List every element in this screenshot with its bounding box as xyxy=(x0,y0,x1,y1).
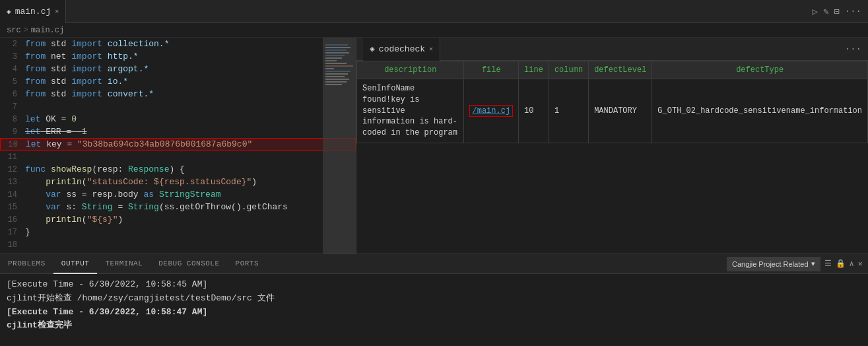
tab-debug-console[interactable]: DEBUG CONSOLE xyxy=(150,254,227,274)
cell-column: 1 xyxy=(549,79,588,143)
chevron-up-icon[interactable]: ∧ xyxy=(850,259,854,269)
codecheck-tab[interactable]: ◈ codecheck ✕ xyxy=(363,38,440,61)
cell-line: 10 xyxy=(519,79,549,143)
line-12: 12 func showResp(resp: Response) { xyxy=(0,163,356,176)
breadcrumb: src > main.cj xyxy=(0,23,868,38)
main-split-pane: 2 from std import collection.* 3 from ne… xyxy=(0,38,868,254)
line-15: 15 var s: String = String(ss.getOrThrow(… xyxy=(0,201,356,213)
output-line-1: [Execute Time - 6/30/2022, 10:58:45 AM] xyxy=(7,278,861,292)
col-defecttype: defectType xyxy=(652,61,868,79)
codecheck-tab-label: codecheck xyxy=(379,44,425,54)
line-7: 7 xyxy=(0,100,356,113)
tab-close-button[interactable]: ✕ xyxy=(55,7,59,15)
cell-description: SenInfoName found!key is sensitive infor… xyxy=(357,79,464,143)
results-table: description file line column defectLevel… xyxy=(356,61,868,143)
cell-file[interactable]: /main.cj xyxy=(464,79,519,143)
line-17: 17 } xyxy=(0,226,356,238)
chevron-down-icon: ▾ xyxy=(811,260,815,268)
codecheck-panel: ◈ codecheck ✕ ··· description file line … xyxy=(356,38,868,254)
output-line-2: cjlint开始检查 /home/zsy/cangjietest/testDem… xyxy=(7,292,861,306)
line-16: 16 println("${s}") xyxy=(0,213,356,226)
codecheck-actions: ··· xyxy=(845,44,861,54)
minimap xyxy=(323,38,356,254)
breadcrumb-src[interactable]: src xyxy=(7,26,21,35)
close-panel-icon[interactable]: ✕ xyxy=(858,259,863,269)
split-icon[interactable]: ⊟ xyxy=(834,6,839,17)
cell-defecttype: G_OTH_02_hardcode_sensitivename_informat… xyxy=(652,79,868,143)
cangjie-dropdown[interactable]: Cangjie Project Related ▾ xyxy=(727,257,820,271)
line-3: 3 from net import http.* xyxy=(0,50,356,63)
line-8: 8 let OK = 0 xyxy=(0,113,356,125)
line-5: 5 from std import io.* xyxy=(0,75,356,88)
line-10: 10 let key = "3b38ba694cb34ab0876b001687… xyxy=(0,138,356,151)
col-column: column xyxy=(549,61,588,79)
panel-tabs: PROBLEMS OUTPUT TERMINAL DEBUG CONSOLE P… xyxy=(0,254,868,274)
codecheck-file-icon: ◈ xyxy=(370,44,375,54)
line-9: 9 let ERR = -1 xyxy=(0,125,356,138)
code-editor[interactable]: 2 from std import collection.* 3 from ne… xyxy=(0,38,356,254)
main-cj-tab[interactable]: ◈ main.cj ✕ xyxy=(0,0,66,23)
output-line-4: cjlint检查完毕 xyxy=(7,319,861,333)
line-2: 2 from std import collection.* xyxy=(0,38,356,50)
panel-right-actions: Cangjie Project Related ▾ ☰ 🔒 ∧ ✕ xyxy=(727,257,868,271)
edit-icon[interactable]: ✎ xyxy=(823,6,828,17)
tab-label: main.cj xyxy=(15,7,51,17)
col-file: file xyxy=(464,61,519,79)
lock-icon[interactable]: 🔒 xyxy=(836,259,846,269)
line-18: 18 xyxy=(0,238,356,251)
line-6: 6 from std import convert.* xyxy=(0,88,356,100)
tab-terminal[interactable]: TERMINAL xyxy=(97,254,150,274)
run-icon[interactable]: ▷ xyxy=(812,6,817,17)
results-table-wrapper[interactable]: description file line column defectLevel… xyxy=(356,61,868,254)
more-icon[interactable]: ··· xyxy=(845,6,861,17)
col-line: line xyxy=(519,61,549,79)
line-4: 4 from std import argopt.* xyxy=(0,63,356,75)
editor-toolbar: ▷ ✎ ⊟ ··· xyxy=(812,6,868,17)
tab-problems[interactable]: PROBLEMS xyxy=(0,254,53,274)
output-line-3: [Execute Time - 6/30/2022, 10:58:47 AM] xyxy=(7,306,861,320)
codecheck-header: ◈ codecheck ✕ ··· xyxy=(356,38,868,61)
bottom-panel: PROBLEMS OUTPUT TERMINAL DEBUG CONSOLE P… xyxy=(0,254,868,346)
tab-ports[interactable]: PORTS xyxy=(228,254,267,274)
list-icon[interactable]: ☰ xyxy=(824,259,832,269)
cell-defectlevel: MANDATORY xyxy=(589,79,652,143)
file-icon: ◈ xyxy=(7,7,11,16)
line-11: 11 xyxy=(0,151,356,163)
line-14: 14 var ss = resp.body as StringStream xyxy=(0,188,356,201)
codecheck-tab-close[interactable]: ✕ xyxy=(429,45,433,53)
tab-output[interactable]: OUTPUT xyxy=(53,254,98,274)
code-lines: 2 from std import collection.* 3 from ne… xyxy=(0,38,356,251)
line-13: 13 println("statusCode: ${resp.statusCod… xyxy=(0,176,356,188)
more-options-icon[interactable]: ··· xyxy=(845,44,861,54)
editor-tab-bar: ◈ main.cj ✕ ▷ ✎ ⊟ ··· xyxy=(0,0,868,23)
col-defectlevel: defectLevel xyxy=(589,61,652,79)
breadcrumb-file[interactable]: main.cj xyxy=(31,26,64,35)
panel-content: [Execute Time - 6/30/2022, 10:58:45 AM] … xyxy=(0,274,868,337)
table-row: SenInfoName found!key is sensitive infor… xyxy=(357,79,868,143)
col-description: description xyxy=(357,61,464,79)
